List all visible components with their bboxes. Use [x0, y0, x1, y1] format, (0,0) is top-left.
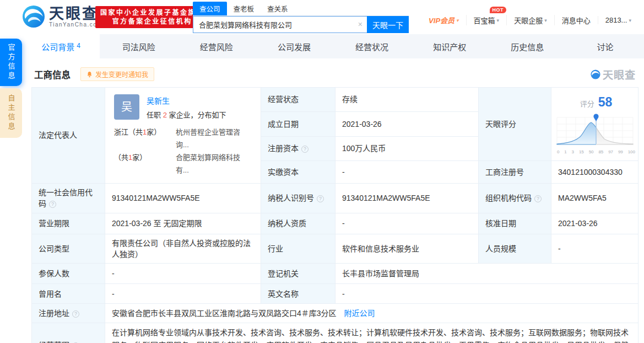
tab-intellectual-property[interactable]: 知识产权 — [411, 34, 489, 58]
tab-discussion[interactable]: 讨论 — [566, 34, 644, 58]
score-value: 58 — [598, 93, 613, 111]
tianyancha-watermark: 天眼查 — [591, 67, 636, 82]
help-icon[interactable]: ? — [534, 195, 542, 202]
approval-date-label: 核准日期 — [479, 213, 551, 234]
caret-down-icon: ▾ — [544, 18, 547, 23]
former-name-value: - — [105, 284, 261, 304]
tianyancha-logo-icon — [22, 5, 45, 28]
established-value: 2021-03-26 — [335, 112, 479, 136]
registry-label: 登记机关 — [261, 264, 335, 284]
tab-judicial-risk[interactable]: 司法风险 — [100, 34, 177, 58]
related-company-link[interactable]: 杭州普程企业管理咨询... — [176, 126, 252, 151]
header: 天眼查 TianYanCha.com 国家中小企业发展子基金旗下 官方备案企业征… — [0, 0, 644, 34]
search-area: 查公司 查老板 查关系 × 天眼一下 — [193, 4, 409, 33]
search-button[interactable]: 天眼一下 — [367, 16, 409, 33]
tab-operating-status[interactable]: 经营状况 — [333, 34, 411, 58]
registry-value: 长丰县市场监督管理局 — [335, 264, 638, 284]
legal-rep-avatar[interactable]: 吴 — [114, 94, 139, 120]
score-distribution-chart: 评分 58 — [556, 93, 636, 155]
legal-rep-desc: 任职 2 家企业，分布如下 — [147, 110, 226, 121]
registered-capital-label: 注册资本? — [261, 136, 335, 160]
certification-line2: 官方备案企业征信机构 — [100, 17, 204, 26]
score-curve-svg — [556, 112, 634, 146]
score-axis-ticks: 01 315 5085 9799 100 — [557, 149, 635, 156]
business-scope-value: 在计算机网络专业领域内从事技术开发、技术咨询、技术服务、技术转让；计算机软硬件技… — [105, 323, 638, 343]
registered-capital-value: 100万人民币 — [335, 136, 479, 160]
business-term-label: 营业期限 — [32, 213, 105, 234]
search-tab-relation[interactable]: 查关系 — [261, 2, 295, 15]
reg-number-label: 工商注册号 — [479, 160, 551, 183]
tianyan-score-cell: 评分 58 — [551, 88, 638, 161]
business-scope-label: 经营范围? — [32, 323, 105, 343]
taxpayer-quality-value: - — [335, 213, 479, 234]
menu-vip[interactable]: VIP会员 ▾ — [421, 15, 466, 25]
tab-history-info[interactable]: 历史信息 — [489, 34, 566, 58]
caret-down-icon: ▾ — [629, 18, 631, 23]
help-icon[interactable]: ? — [49, 201, 56, 208]
business-info-table: 法定代表人 吴 吴新生 任职 2 家企业，分布如下 浙江（共1家） 杭州普程企业… — [31, 87, 638, 343]
tab-operation-risk[interactable]: 经营风险 — [177, 34, 255, 58]
english-name-label: 英文名称 — [261, 284, 335, 304]
company-type-label: 公司类型 — [32, 234, 105, 264]
taxpayer-id-label: 纳税人识别号? — [261, 184, 335, 213]
english-name-value: - — [335, 284, 638, 304]
credit-code-value: 91340121MA2WW5FA5E — [105, 184, 261, 213]
menu-enterprise-service[interactable]: 天眼企服 ▾ — [506, 15, 554, 25]
tianyan-score-label: 天眼评分 — [479, 88, 551, 161]
caret-down-icon: ▾ — [497, 18, 500, 23]
staff-size-label: 人员规模 — [479, 234, 551, 264]
tianyancha-logo[interactable]: 天眼查 TianYanCha.com — [22, 5, 102, 28]
address-value: 安徽省合肥市长丰县双凤工业区淮南北路与双凤路交口4＃库3分区 — [112, 309, 337, 318]
notify-on-change-button[interactable]: 发生变更时通知我 — [80, 67, 154, 81]
menu-message-center[interactable]: 消息中心 — [554, 15, 598, 25]
legal-rep-region-row: （共1家） 合肥菜划算网络科技有... — [114, 151, 252, 176]
search-tab-company[interactable]: 查公司 — [193, 2, 227, 15]
search-input[interactable] — [193, 16, 367, 33]
company-type-value: 有限责任公司（非自然人投资或控股的法人独资） — [105, 234, 261, 264]
nearby-companies-link[interactable]: 附近公司 — [344, 309, 375, 318]
section-header: 工商信息 发生变更时通知我 天眼查 — [34, 67, 636, 82]
sidebar-tab-self-info[interactable]: 自主信息 — [0, 88, 22, 138]
clear-search-icon[interactable]: × — [358, 20, 362, 29]
staff-size-value: - — [551, 234, 638, 264]
legal-rep-name-link[interactable]: 吴新生 — [147, 95, 226, 106]
company-nav-tabs: 公司背景 4 司法风险 经营风险 公司发展 经营状况 知识产权 历史信息 讨论 — [22, 34, 644, 58]
industry-value: 软件和信息技术服务业 — [335, 234, 479, 264]
help-icon[interactable]: ? — [317, 195, 324, 202]
org-code-label: 组织机构代码? — [479, 184, 551, 213]
caret-down-icon: ▾ — [456, 18, 459, 23]
reg-number-value: 340121000304330 — [551, 160, 638, 183]
insured-value: - — [105, 264, 261, 284]
user-menu: VIP会员 ▾ HOT 百宝箱 ▾ 天眼企服 ▾ 消息中心 2813... ▾ — [421, 15, 638, 25]
certification-badge: 国家中小企业发展子基金旗下 官方备案企业征信机构 — [95, 6, 209, 28]
tab-company-development[interactable]: 公司发展 — [255, 34, 333, 58]
search-tab-boss[interactable]: 查老板 — [227, 2, 261, 15]
business-term-value: 2021-03-26 至 无固定期限 — [105, 213, 261, 234]
operating-status-label: 经营状态 — [261, 88, 335, 112]
taxpayer-id-value: 91340121MA2WW5FA5E — [335, 184, 479, 213]
tianyancha-company-page: 天眼查 TianYanCha.com 国家中小企业发展子基金旗下 官方备案企业征… — [0, 0, 644, 343]
legal-rep-region-row: 浙江（共1家） 杭州普程企业管理咨询... — [114, 126, 252, 151]
menu-toolbox[interactable]: HOT 百宝箱 ▾ — [466, 15, 507, 25]
logo-subtitle: TianYanCha.com — [49, 22, 102, 28]
paid-in-capital-label: 实缴资本 — [261, 160, 335, 183]
operating-status-value: 存续 — [335, 88, 479, 112]
menu-username[interactable]: 2813... ▾ — [598, 16, 638, 24]
hot-badge: HOT — [490, 7, 507, 13]
legal-rep-label: 法定代表人 — [32, 88, 105, 184]
taxpayer-quality-label: 纳税人资质 — [261, 213, 335, 234]
legal-rep-cell: 吴 吴新生 任职 2 家企业，分布如下 浙江（共1家） 杭州普程企业管理咨询..… — [105, 88, 261, 184]
org-code-value: MA2WW5FA5 — [551, 184, 638, 213]
help-icon[interactable]: ? — [301, 146, 309, 153]
help-icon[interactable]: ? — [72, 310, 79, 318]
related-company-link[interactable]: 合肥菜划算网络科技有... — [176, 151, 252, 176]
certification-line1: 国家中小企业发展子基金旗下 — [100, 8, 204, 17]
tab-company-background[interactable]: 公司背景 4 — [22, 34, 100, 58]
former-name-label: 曾用名 — [32, 284, 105, 304]
tab-count-badge: 4 — [77, 42, 80, 50]
sidebar-tab-official-info[interactable]: 官方信息 — [0, 39, 22, 86]
score-caption: 评分 — [580, 99, 594, 110]
credit-code-label: 统一社会信用代码? — [32, 184, 105, 213]
established-label: 成立日期 — [261, 112, 335, 136]
bell-icon — [86, 71, 93, 78]
